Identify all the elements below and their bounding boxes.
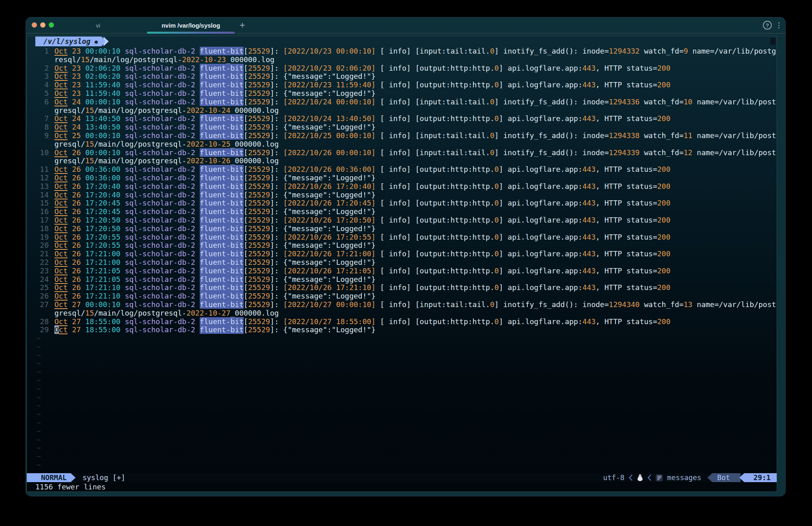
log-token: {"message":"Logged!"}: [283, 72, 376, 80]
log-rows: 1Oct 23 00:00:10 sql-scholar-db-2 fluent…: [35, 47, 775, 470]
log-token: [81, 283, 85, 292]
log-token: [195, 325, 200, 334]
buffer-tabline: /v/l/syslog ●: [27, 37, 777, 47]
log-token: sql-scholar-db-2: [125, 131, 195, 140]
log-token: sql-scholar-db-2: [125, 241, 195, 249]
log-token: ] inotify_fs_add(): inode=: [495, 300, 609, 309]
log-token: ]:: [270, 300, 283, 309]
log-token: [ info] [output:http:http.: [376, 199, 495, 207]
log-line: 14Oct 26 17:20:40 sql-scholar-db-2 fluen…: [35, 191, 775, 199]
log-token: ]:: [270, 199, 283, 207]
log-token: 26: [72, 182, 81, 190]
log-token: [81, 64, 85, 72]
log-token: [68, 283, 72, 292]
log-token: 13: [684, 300, 693, 309]
log-token: 0: [495, 80, 499, 89]
log-token: sql-scholar-db-2: [125, 266, 195, 275]
log-token: [68, 182, 72, 190]
log-token: 200: [657, 165, 671, 173]
empty-line-tilde: ~: [35, 343, 775, 351]
log-token: ]:: [270, 165, 283, 173]
log-token: [81, 233, 85, 241]
log-token: ct: [59, 325, 68, 334]
log-token: 443: [583, 182, 596, 190]
log-token: ] api.logflare.app:: [499, 199, 583, 207]
log-token: sql-scholar-db-2: [125, 64, 195, 72]
log-token: 25529: [248, 148, 270, 157]
log-token: 17:20:50: [85, 216, 121, 224]
log-token: [81, 300, 85, 309]
log-token: sql-scholar-db-2: [125, 97, 195, 106]
log-token: 02:06:20: [85, 64, 121, 72]
log-token: 23: [72, 72, 81, 80]
log-token: 200: [657, 114, 671, 123]
log-token: {"message":"Logged!"}: [283, 190, 376, 199]
log-token: 15: [85, 140, 94, 148]
log-line: 26Oct 26 17:21:10 sql-scholar-db-2 fluen…: [35, 292, 775, 301]
log-token: [: [244, 207, 248, 216]
log-token: Oct: [54, 64, 68, 72]
log-token: 443: [583, 266, 596, 275]
terminal-window: vi nvim /var/log/syslog + ? /v/l/syslog …: [26, 17, 786, 496]
zoom-button[interactable]: [49, 22, 54, 28]
log-token: ]:: [270, 64, 283, 72]
tab-vi[interactable]: vi: [63, 17, 134, 33]
search-highlight: fluent-bit: [200, 173, 244, 182]
search-highlight: fluent-bit: [200, 72, 244, 80]
log-token: [: [244, 97, 248, 106]
line-number: 27: [35, 301, 49, 309]
help-button[interactable]: ?: [763, 21, 772, 30]
log-token: 0: [490, 47, 495, 55]
buffer-tab[interactable]: /v/l/syslog ●: [35, 37, 109, 46]
log-token: [ info] [input:tail:tail.: [376, 131, 490, 140]
log-token: [: [244, 80, 248, 89]
tab-nvim-syslog[interactable]: nvim /var/log/syslog: [147, 17, 235, 33]
log-token: sql-scholar-db-2: [125, 216, 195, 224]
search-highlight: fluent-bit: [200, 207, 244, 216]
close-button[interactable]: [32, 22, 37, 28]
log-token: 24: [72, 114, 81, 123]
log-line: 3Oct 23 02:06:20 sql-scholar-db-2 fluent…: [35, 72, 775, 81]
log-line: 27Oct 27 00:00:10 sql-scholar-db-2 fluen…: [35, 301, 775, 309]
editor-pane[interactable]: /v/l/syslog ● 1Oct 23 00:00:10 sql-schol…: [26, 36, 777, 492]
log-token: 17:21:00: [85, 249, 121, 258]
log-token: [: [244, 325, 248, 334]
tab-bar-actions: ?: [763, 17, 780, 33]
log-token: [81, 182, 85, 190]
log-token: gresql/: [54, 140, 85, 148]
log-token: [: [244, 123, 248, 131]
log-token: Oct: [54, 97, 68, 106]
log-token: 00:00:10: [85, 47, 121, 55]
log-token: Oct: [54, 207, 68, 216]
log-token: 443: [583, 283, 596, 292]
log-token: sql-scholar-db-2: [125, 182, 195, 190]
log-token: sql-scholar-db-2: [125, 89, 195, 97]
log-token: {"message":"Logged!"}: [283, 275, 376, 284]
log-token: 26: [72, 216, 81, 224]
log-token: , HTTP status=: [596, 165, 657, 173]
log-token: [68, 241, 72, 249]
log-token: 0: [495, 317, 499, 326]
line-number: 19: [35, 233, 49, 242]
log-token: 00:00:10: [85, 97, 121, 106]
log-token: [121, 317, 125, 326]
log-token: ]:: [270, 258, 283, 266]
log-token: 26: [72, 283, 81, 292]
kebab-menu-button[interactable]: [777, 22, 780, 29]
log-token: {"message":"Logged!"}: [283, 224, 376, 233]
minimize-button[interactable]: [40, 22, 45, 28]
log-token: /main/log/postgresql-: [94, 156, 187, 165]
new-tab-button[interactable]: +: [236, 17, 248, 33]
log-line: 19Oct 26 17:20:55 sql-scholar-db-2 fluen…: [35, 233, 775, 242]
log-token: [68, 80, 72, 89]
search-highlight: fluent-bit: [200, 190, 244, 199]
log-token: [68, 292, 72, 300]
log-token: {"message":"Logged!"}: [283, 241, 376, 249]
log-token: 17:20:45: [85, 199, 121, 207]
log-token: watch_fd=: [639, 131, 683, 140]
log-token: sql-scholar-db-2: [125, 165, 195, 173]
log-token: [81, 190, 85, 199]
log-token: gresql/: [54, 156, 85, 165]
log-token: sql-scholar-db-2: [125, 190, 195, 199]
log-token: 443: [583, 199, 596, 207]
